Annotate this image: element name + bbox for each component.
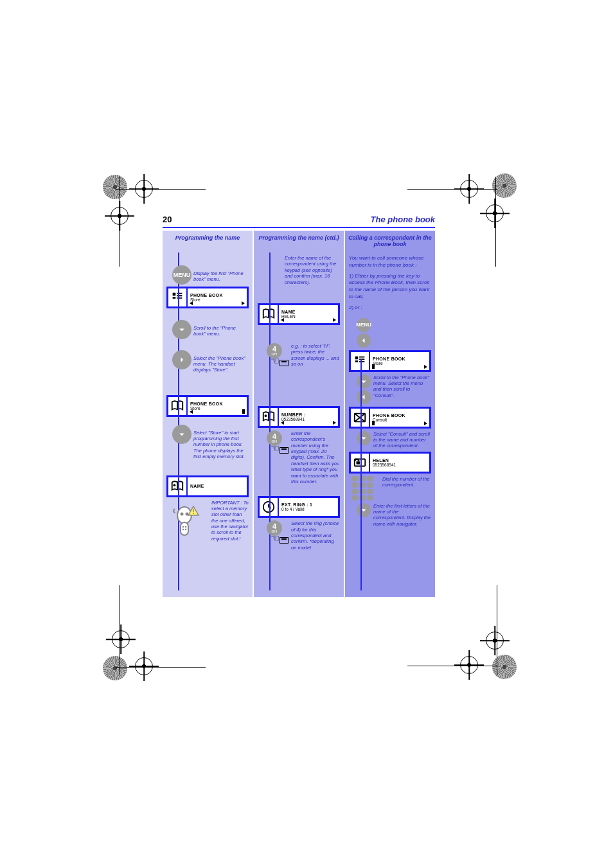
page-header: 20 The phone book xyxy=(163,215,435,228)
screen-line1: NUMBER : xyxy=(281,412,335,417)
cropmark-bottom-right xyxy=(433,598,510,675)
col3-cap-scroll: Scroll to the "Phone book" menu. Select … xyxy=(373,375,431,399)
col1-cap-down: Scroll to the "Phone book" menu. xyxy=(193,325,249,337)
down-arrow-icon xyxy=(357,503,371,517)
section-title: The phone book xyxy=(371,215,435,224)
col3-cap-dial: Dial the number of the correspondent. xyxy=(382,476,431,488)
col3-intro-0: You want to call someone whose number is… xyxy=(349,255,431,269)
svg-point-6 xyxy=(181,512,184,515)
cropmark-bottom-left xyxy=(103,598,180,675)
col2-cap-num: Enter the correspondent's number using t… xyxy=(291,430,340,484)
col1-robot-caption: IMPORTANT : To select a memory slot othe… xyxy=(211,500,249,542)
robot-warning-icon: ! xyxy=(170,500,209,545)
column-1: Programming the name MENU Display the fi… xyxy=(163,231,253,597)
col3-intro-2: 2) or : xyxy=(349,305,431,312)
screen-line1: EXT. RING : 1 xyxy=(281,502,335,507)
screen-line2: 0 to 4 / Valid xyxy=(281,507,335,511)
svg-point-10 xyxy=(185,526,187,527)
keypad-icon xyxy=(351,476,380,502)
column-2: Programming the name (ctd.) Enter the na… xyxy=(254,231,344,597)
col3-cap-enter: Enter the first letters of the name of t… xyxy=(373,503,431,527)
screen-line2: 0523568941 xyxy=(281,417,335,421)
screen-line1: PHONE BOOK xyxy=(190,402,244,406)
col2-cap-ring: Select the ring (choice of 4) for this c… xyxy=(291,520,340,551)
col3-cap-consult: Select "Consult" and scroll to the name … xyxy=(373,431,431,449)
col2-cap-key1: e.g. : to select "H", press twice; the s… xyxy=(291,343,340,368)
screen-line1: NAME xyxy=(190,484,244,488)
page-root: 20 The phone book Programming the name M… xyxy=(0,0,613,868)
col2-heading: Programming the name (ctd.) xyxy=(254,235,344,241)
down-arrow-icon xyxy=(357,431,371,445)
left-arrow-icon xyxy=(357,333,371,348)
keypad-4-icon: 4GHI ☜ xyxy=(263,343,291,369)
col1-cap-menu: Display the first "Phone book" menu. xyxy=(193,270,249,283)
col1-cap-right: Select the "Phone book" menu. The handse… xyxy=(193,355,249,373)
down-arrow-icon xyxy=(357,375,371,389)
col1-cap-down2: Select "Store" to start programming the … xyxy=(193,430,249,460)
screen-line1: NAME xyxy=(281,310,335,314)
flowline-3 xyxy=(360,359,362,590)
svg-rect-19 xyxy=(355,360,359,362)
svg-rect-0 xyxy=(173,292,176,296)
col1-heading: Programming the name xyxy=(163,235,253,241)
screen-line2: Consult xyxy=(373,418,427,422)
screen-line1: PHONE BOOK xyxy=(373,357,427,361)
menu-button-icon: MENU xyxy=(357,318,371,332)
page-number: 20 xyxy=(163,215,172,224)
svg-rect-1 xyxy=(173,297,176,299)
svg-rect-18 xyxy=(355,356,359,359)
left-arrow-icon xyxy=(357,390,371,404)
down-arrow-icon xyxy=(172,425,191,444)
screen-line2: 0523568941 xyxy=(373,463,427,467)
svg-point-11 xyxy=(182,528,184,530)
screen-line2: Store xyxy=(373,361,427,366)
menu-button-icon: MENU xyxy=(172,265,191,285)
svg-point-12 xyxy=(185,528,187,530)
right-arrow-icon xyxy=(172,350,191,369)
column-3: Calling a correspondent in the phone boo… xyxy=(345,231,435,597)
svg-point-16 xyxy=(265,414,267,417)
columns: Programming the name MENU Display the fi… xyxy=(163,231,435,597)
screen-line2: Store xyxy=(190,297,244,302)
col3-heading: Calling a correspondent in the phone boo… xyxy=(345,235,435,247)
screen-line1: HELEN xyxy=(373,458,427,463)
col3-intro-1: 1) Either by pressing the key to access … xyxy=(349,273,431,301)
svg-rect-24 xyxy=(357,461,360,465)
content-area: 20 The phone book Programming the name M… xyxy=(163,215,435,597)
screen-line1: PHONE BOOK xyxy=(190,293,244,297)
screen-line1: PHONE BOOK xyxy=(373,413,427,418)
svg-point-9 xyxy=(182,526,184,527)
screen-line2: HELEN xyxy=(281,314,335,319)
svg-rect-8 xyxy=(181,522,188,535)
down-arrow-icon xyxy=(172,320,191,339)
svg-text:!: ! xyxy=(192,508,195,515)
screen-line2: Store xyxy=(190,406,244,411)
svg-point-4 xyxy=(173,484,176,486)
col2-cap-top: Enter the name of the correspondent usin… xyxy=(285,255,340,285)
cropmark-top-right xyxy=(433,167,510,244)
keypad-4-icon: 4GHI ☜ xyxy=(263,520,291,546)
keypad-4-icon: 4GHI ☜ xyxy=(263,430,291,456)
